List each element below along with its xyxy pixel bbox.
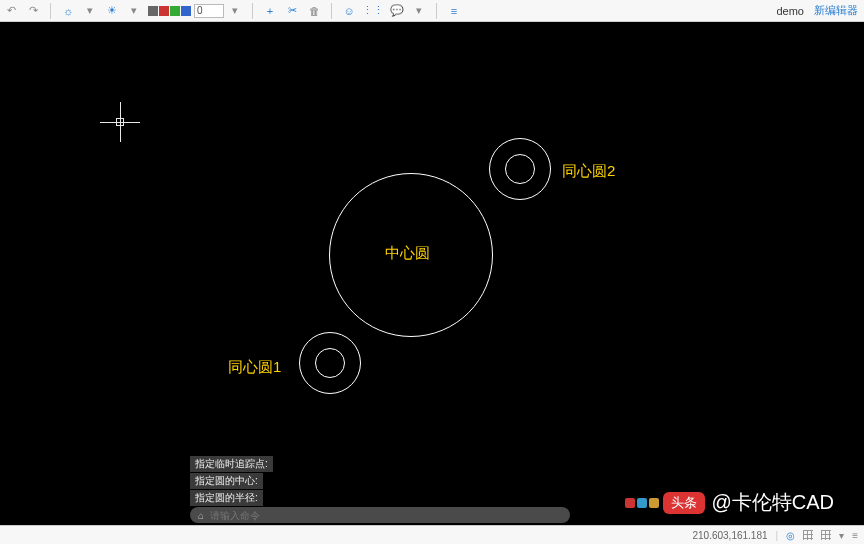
new-editor-link[interactable]: 新编辑器 [814,3,858,18]
coords-readout: 210.603,161.181 [692,530,767,541]
watermark-logo [625,498,659,508]
snap-toggle[interactable]: ◎ [786,530,795,541]
opacity-input[interactable]: 0 [194,4,224,18]
status-more[interactable]: ≡ [852,530,858,541]
concentric-1-inner[interactable] [315,348,345,378]
color-swatches[interactable] [148,6,191,16]
watermark: 头条 @ 卡伦特CAD [625,489,834,516]
bulb-icon[interactable]: ☼ [59,2,77,20]
chevron-down-icon[interactable]: ▾ [125,2,143,20]
add-icon[interactable]: + [261,2,279,20]
top-toolbar: ↶ ↷ ☼ ▾ ☀ ▾ 0 ▾ + ✂ 🗑 ☺ ⋮⋮ 💬 ▾ ≡ demo 新编… [0,0,864,22]
delete-icon[interactable]: 🗑 [305,2,323,20]
status-bar: 210.603,161.181 | ◎ ▾ ≡ [0,525,864,544]
app-name: demo [776,5,804,17]
command-bar[interactable]: ⌂ [190,507,570,523]
grid-toggle[interactable] [803,530,813,540]
watermark-name: 卡伦特CAD [732,489,834,516]
settings-icon[interactable]: ≡ [445,2,463,20]
status-chevron[interactable]: ▾ [839,530,844,541]
separator [331,3,332,19]
chevron-down-icon[interactable]: ▾ [226,2,244,20]
separator [252,3,253,19]
chevron-down-icon[interactable]: ▾ [410,2,428,20]
undo-button[interactable]: ↶ [2,2,20,20]
grid-toggle-2[interactable] [821,530,831,540]
watermark-badge: 头条 [663,492,705,514]
chat-icon[interactable]: 💬 [388,2,406,20]
cut-icon[interactable]: ✂ [283,2,301,20]
command-history: 指定临时追踪点: 指定圆的中心: 指定圆的半径: [190,455,273,506]
cursor-crosshair [100,102,140,142]
cmd-icon: ⌂ [198,510,204,521]
command-input[interactable] [210,510,562,521]
face-icon[interactable]: ☺ [340,2,358,20]
separator [50,3,51,19]
separator [436,3,437,19]
concentric-1-label: 同心圆1 [228,358,281,377]
watermark-at: @ [711,491,731,514]
history-line: 指定临时追踪点: [190,456,273,472]
history-line: 指定圆的中心: [190,473,263,489]
history-line: 指定圆的半径: [190,490,263,506]
chevron-down-icon[interactable]: ▾ [81,2,99,20]
concentric-2-inner[interactable] [505,154,535,184]
center-circle-label: 中心圆 [385,244,430,263]
sun-icon[interactable]: ☀ [103,2,121,20]
dots-icon[interactable]: ⋮⋮ [362,2,384,20]
drawing-canvas[interactable]: 中心圆 同心圆2 同心圆1 [0,22,864,525]
concentric-2-label: 同心圆2 [562,162,615,181]
redo-button[interactable]: ↷ [24,2,42,20]
